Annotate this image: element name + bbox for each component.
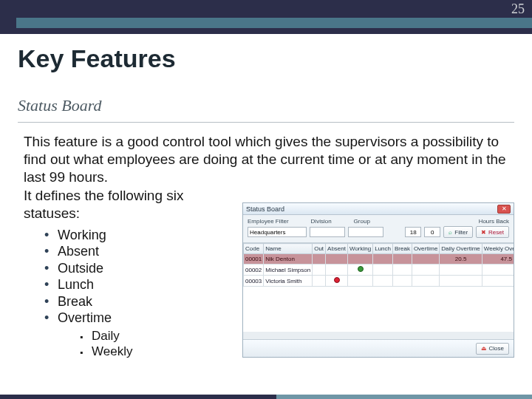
close-button[interactable]: Close [476,343,509,355]
filter-icon [449,229,452,236]
cell-code: 00003 [244,276,264,287]
table-header-row: Code Name Out Absent Working Lunch Break… [244,244,514,254]
col-out[interactable]: Out [313,244,326,254]
status-table: Code Name Out Absent Working Lunch Break… [243,243,514,287]
filter-button-label: Filter [454,229,468,236]
group-filter-input[interactable] [348,227,383,237]
slide: 25 Key Features Status Board This featur… [0,0,532,399]
cell-name: Nik Denton [264,254,313,265]
col-overtime[interactable]: Overtime [412,244,439,254]
status-item-label: Overtime [58,310,112,325]
page-subtitle: Status Board [18,96,101,115]
divider [18,122,514,123]
window-close-icon[interactable]: ✕ [497,205,511,214]
filter-label-group: Group [354,218,370,225]
cell-code: 00001 [244,254,264,265]
cell-name: Victoria Smith [264,276,313,287]
status-board-window: Status Board ✕ Employee Filter Division … [242,202,514,358]
col-name[interactable]: Name [264,244,313,254]
reset-icon [481,229,486,236]
col-lunch[interactable]: Lunch [373,244,393,254]
paragraph-intro: This feature is a good control tool whic… [24,133,511,185]
col-daily-ot[interactable]: Daily Overtime [440,244,482,254]
cell-absent [326,276,348,287]
table-row[interactable]: 00002 Michael Simpson [244,265,514,276]
filter-bar: Employee Filter Division Group Hours Bac… [243,215,514,243]
hours-back-to-input[interactable] [424,227,440,237]
paragraph-statuses-lead: It defines the following six statuses: [24,187,238,222]
window-title: Status Board [246,205,284,213]
col-break[interactable]: Break [392,244,412,254]
filter-label-hours-back: Hours Back [479,218,509,225]
reset-button-label: Reset [488,229,504,236]
col-working[interactable]: Working [347,244,372,254]
table-row[interactable]: 00003 Victoria Smith [244,276,514,287]
hours-back-from-input[interactable] [405,227,421,237]
close-button-label: Close [489,345,504,352]
status-dot-working-icon [358,266,364,272]
page-number: 25 [511,1,525,17]
filter-label-employee: Employee Filter [248,218,289,225]
cell-working [347,265,372,276]
header-bar-dark [0,0,532,34]
cell-code: 00002 [244,265,264,276]
col-absent[interactable]: Absent [326,244,348,254]
status-table-wrap: Code Name Out Absent Working Lunch Break… [243,243,514,332]
cell-name: Michael Simpson [264,265,313,276]
page-title: Key Features [18,44,176,73]
close-icon [481,345,487,352]
filter-button[interactable]: Filter [443,226,473,238]
status-dot-absent-icon [334,277,340,283]
employee-filter-input[interactable] [248,227,307,237]
col-code[interactable]: Code [244,244,264,254]
window-footer: Close [243,339,514,357]
cell-weekly-ot: 47.5 [482,254,514,265]
footer-bar [0,395,532,399]
table-row[interactable]: 00001 Nik Denton 20.5 47.5 [244,254,514,265]
col-weekly-ot[interactable]: Weekly Overtime [482,244,514,254]
division-filter-input[interactable] [310,227,345,237]
reset-button[interactable]: Reset [476,226,509,238]
window-titlebar: Status Board ✕ [243,203,514,215]
cell-daily-ot: 20.5 [440,254,482,265]
filter-label-division: Division [311,218,332,225]
header-bar-teal [16,18,532,28]
